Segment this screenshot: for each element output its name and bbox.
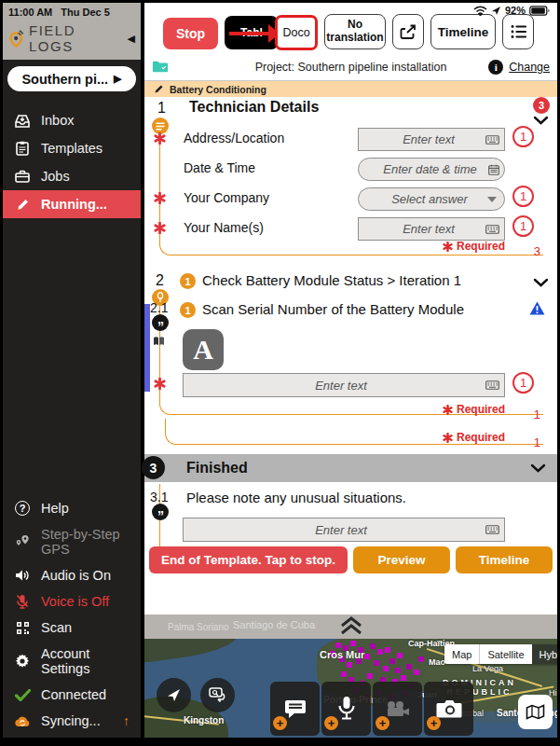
inbox-icon (14, 114, 31, 128)
keyboard-icon (485, 380, 499, 390)
sidebar-item-running[interactable]: Running... (3, 190, 141, 218)
required-label: Required (457, 431, 505, 444)
chat-bubbles-button[interactable] (200, 678, 235, 712)
required-asterisk-icon (443, 405, 453, 415)
quote-icon: ” (152, 314, 169, 331)
section-3-title: Finished (186, 460, 248, 477)
section-1-chevron-icon[interactable] (533, 113, 549, 128)
add-audio-button[interactable]: + (321, 682, 371, 736)
situations-input[interactable]: Enter text (183, 518, 505, 542)
map-panel[interactable]: Cap-Haïtien Cros Mur Mao La Vega DOMINIC… (144, 639, 557, 738)
sidebar-item-label: Scan (41, 620, 72, 635)
name-input[interactable]: Enter text (358, 217, 505, 241)
folded-map-icon (526, 704, 545, 720)
main-area: 92% Stop Tabl Doco No translation (144, 3, 557, 738)
map-type-map[interactable]: Map (444, 644, 480, 664)
section-2-number: 2 (156, 272, 164, 289)
banner-pencil-icon (154, 84, 164, 94)
share-button[interactable] (392, 14, 424, 49)
sidebar-spacer (3, 218, 141, 495)
expand-map-chevron-icon[interactable] (338, 616, 364, 640)
serial-input[interactable]: Enter text (183, 373, 505, 397)
sidebar-item-voice[interactable]: Voice is Off (3, 588, 141, 615)
attachment-tile[interactable]: A (183, 329, 224, 370)
add-photo-button[interactable]: + (424, 682, 473, 736)
section-21-title: Scan Serial Number of the Battery Module (202, 301, 464, 317)
map-type-satellite[interactable]: Satellite (480, 644, 531, 664)
sidebar-footer: ? Help Step-by-Step GPS Audio is On (3, 495, 141, 734)
section-2-chevron-icon[interactable] (533, 275, 549, 290)
required-asterisk-icon (154, 192, 166, 204)
change-link[interactable]: Change (509, 61, 550, 74)
no-translation-button[interactable]: No translation (324, 14, 386, 49)
name-count-badge: 1 (512, 215, 534, 237)
sidebar-collapse-icon[interactable]: ◀ (128, 33, 135, 45)
qr-scan-icon (14, 621, 31, 635)
sidebar-item-connected[interactable]: Connected (3, 682, 141, 708)
template-banner: Battery Conditioning (144, 81, 557, 97)
add-video-button[interactable]: + (373, 682, 422, 736)
section-1-number: 1 (157, 100, 166, 117)
tabl-doco-toggle: Tabl Doco (225, 16, 318, 49)
serial-placeholder: Enter text (184, 379, 485, 393)
timeline-label: Timeline (438, 25, 489, 39)
required-note: Required (443, 431, 505, 444)
keyboard-icon (485, 135, 499, 145)
project-pill-button[interactable]: Southern pi... ▶ (7, 66, 136, 91)
section-1-title[interactable]: Technician Details (189, 99, 319, 116)
sidebar-item-jobs[interactable]: Jobs (3, 162, 141, 190)
section-21-required-count-b: 1 (534, 435, 540, 449)
sidebar-item-inbox[interactable]: Inbox (3, 106, 141, 134)
timeline-bottom-button[interactable]: Timeline (456, 546, 553, 573)
situations-placeholder: Enter text (184, 523, 485, 537)
sidebar-item-audio[interactable]: Audio is On (3, 562, 141, 588)
section-3-chevron-icon[interactable] (530, 461, 546, 476)
preview-label: Preview (377, 553, 425, 567)
sidebar-item-syncing[interactable]: Syncing... ↑ (3, 708, 141, 734)
map-label-palma: Palma Soriano (168, 622, 229, 632)
timeline-toolbar-button[interactable]: Timeline (430, 14, 496, 49)
marker-cluster[interactable] (335, 642, 341, 648)
play-icon: ▶ (114, 73, 121, 85)
template-banner-title: Battery Conditioning (170, 84, 266, 95)
company-select[interactable]: Select answer (358, 187, 505, 211)
add-note-button[interactable]: + (270, 682, 320, 736)
timeline-bottom-label: Timeline (479, 553, 530, 567)
stop-button[interactable]: Stop (163, 18, 218, 49)
datetime-placeholder: Enter date & time (359, 162, 488, 176)
quote-icon: ” (152, 504, 169, 520)
map-drawer-strip[interactable]: Palma Soriano Santiago de Cuba (144, 615, 557, 639)
address-input[interactable]: Enter text (358, 128, 505, 151)
location-arrow-icon (491, 6, 501, 16)
sync-cloud-icon (14, 715, 31, 727)
sidebar-item-scan[interactable]: Scan (3, 615, 141, 641)
doco-button[interactable]: Doco (275, 15, 318, 50)
company-placeholder: Select answer (359, 192, 487, 206)
active-question-bar (144, 304, 150, 392)
map-label-cros: Cros Mur (320, 649, 364, 660)
preview-button[interactable]: Preview (353, 546, 450, 573)
info-icon[interactable]: i (488, 60, 503, 75)
name-placeholder: Enter text (359, 222, 485, 236)
keyboard-icon (485, 225, 499, 234)
section-2-title[interactable]: Check Battery Module Status > Iteration … (202, 272, 461, 288)
doco-label: Doco (282, 26, 309, 39)
datetime-input[interactable]: Enter date & time (358, 158, 505, 181)
speaker-icon (14, 569, 31, 582)
sidebar-nav: Inbox Templates Jobs Running... (3, 106, 141, 218)
list-view-button[interactable] (502, 14, 534, 49)
map-label-mao: Mao (429, 657, 445, 667)
sidebar-item-help[interactable]: ? Help (3, 495, 141, 521)
finished-section-header[interactable]: 3 Finished (144, 454, 557, 482)
sidebar-item-settings[interactable]: Account Settings (3, 641, 141, 682)
sidebar-item-templates[interactable]: Templates (3, 134, 141, 162)
gear-icon (14, 654, 31, 669)
section-2-badge: 1 (180, 273, 196, 289)
end-template-button[interactable]: End of Template. Tap to stop. (149, 546, 348, 573)
warning-icon[interactable] (529, 301, 545, 318)
sidebar-item-gps[interactable]: Step-by-Step GPS (3, 521, 141, 562)
sidebar-header: 11:00 AM Thu Dec 5 FIELD LOGS ◀ (3, 3, 141, 60)
open-map-button[interactable] (518, 695, 553, 729)
my-location-button[interactable] (157, 678, 191, 712)
map-type-hybrid[interactable]: Hybrid (532, 644, 557, 664)
